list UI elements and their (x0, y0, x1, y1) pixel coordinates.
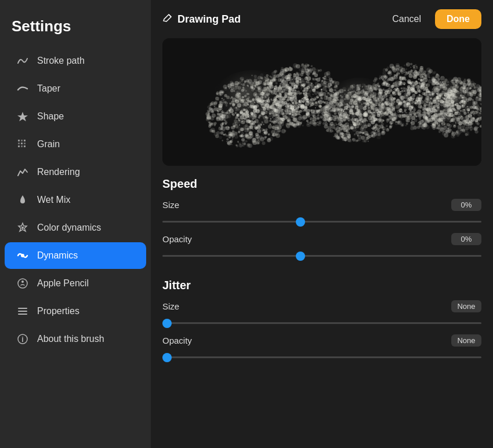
svg-rect-7 (18, 145, 20, 147)
header: Drawing Pad Cancel Done (162, 9, 481, 29)
sidebar-item-dynamics[interactable]: Dynamics (5, 242, 146, 269)
header-buttons: Cancel Done (385, 9, 481, 29)
stroke-path-icon (16, 54, 29, 67)
header-title: Drawing Pad (177, 13, 241, 26)
sidebar-item-shape-label: Shape (37, 111, 64, 122)
sidebar-item-about-label: About this brush (37, 334, 104, 344)
speed-section: Speed Size 0% Opacity 0% (162, 177, 481, 267)
sidebar-title: Settings (0, 12, 151, 47)
sidebar-item-color-dynamics-label: Color dynamics (37, 223, 101, 233)
wet-mix-icon (16, 194, 29, 206)
svg-rect-6 (24, 143, 26, 144)
sidebar-item-dynamics-label: Dynamics (37, 250, 78, 261)
sidebar-item-grain[interactable]: Grain (5, 131, 146, 158)
sidebar-item-apple-pencil[interactable]: Apple Pencil (5, 270, 146, 297)
svg-rect-3 (24, 140, 26, 141)
jitter-size-header: Size None (162, 300, 481, 312)
sidebar-item-color-dynamics[interactable]: Color dynamics (5, 214, 146, 241)
header-left: Drawing Pad (162, 13, 241, 26)
about-icon: i (16, 333, 29, 345)
sidebar-item-stroke-path[interactable]: Stroke path (5, 48, 146, 74)
svg-point-11 (21, 254, 24, 257)
sidebar-item-properties[interactable]: Properties (5, 298, 146, 325)
edit-icon (162, 13, 173, 26)
apple-pencil-icon (16, 277, 29, 290)
dynamics-icon (16, 249, 29, 262)
speed-size-value: 0% (451, 199, 481, 211)
sidebar-item-taper[interactable]: Taper (5, 75, 146, 102)
svg-point-13 (21, 281, 24, 283)
sidebar-item-grain-label: Grain (37, 139, 60, 150)
speed-size-label: Size (162, 200, 179, 210)
sidebar-item-rendering-label: Rendering (37, 167, 80, 177)
speed-size-slider[interactable] (162, 221, 481, 223)
taper-icon (16, 82, 29, 95)
sidebar-item-properties-label: Properties (37, 306, 79, 316)
jitter-size-label: Size (162, 301, 179, 311)
jitter-opacity-value: None (451, 334, 481, 347)
speed-size-header: Size 0% (162, 199, 481, 211)
svg-text:i: i (21, 336, 23, 344)
sidebar-item-taper-label: Taper (37, 83, 60, 94)
sidebar-item-rendering[interactable]: Rendering (5, 159, 146, 185)
jitter-opacity-label: Opacity (162, 336, 192, 345)
svg-rect-9 (24, 145, 26, 147)
jitter-size-row: Size None (162, 300, 481, 326)
brush-canvas (162, 38, 481, 166)
speed-opacity-header: Opacity 0% (162, 233, 481, 245)
svg-rect-8 (21, 145, 23, 147)
speed-opacity-slider-wrapper[interactable] (162, 249, 481, 259)
svg-rect-5 (21, 143, 23, 144)
sidebar-item-stroke-path-label: Stroke path (37, 56, 85, 66)
speed-size-row: Size 0% (162, 199, 481, 225)
grain-icon (16, 138, 29, 151)
svg-rect-2 (21, 140, 23, 141)
sidebar: Settings Stroke path Taper Shape (0, 0, 151, 448)
color-dynamics-icon (16, 221, 29, 234)
sidebar-item-wet-mix[interactable]: Wet Mix (5, 187, 146, 213)
rendering-icon (16, 166, 29, 179)
jitter-opacity-slider[interactable] (162, 356, 481, 358)
sidebar-item-wet-mix-label: Wet Mix (37, 195, 70, 205)
sidebar-item-apple-pencil-label: Apple Pencil (37, 278, 89, 289)
jitter-opacity-slider-wrapper[interactable] (162, 350, 481, 360)
jitter-size-value: None (451, 300, 481, 312)
properties-icon (16, 305, 29, 318)
done-button[interactable]: Done (435, 9, 481, 29)
cancel-button[interactable]: Cancel (385, 10, 428, 28)
jitter-opacity-header: Opacity None (162, 334, 481, 347)
main-content: Drawing Pad Cancel Done Speed Size 0% Op… (151, 0, 493, 448)
jitter-size-slider-wrapper[interactable] (162, 316, 481, 326)
shape-icon (16, 110, 29, 123)
speed-title: Speed (162, 177, 481, 191)
brush-preview (162, 38, 481, 166)
svg-rect-1 (18, 140, 20, 141)
speed-opacity-slider[interactable] (162, 255, 481, 257)
jitter-opacity-row: Opacity None (162, 334, 481, 360)
speed-opacity-label: Opacity (162, 234, 192, 244)
speed-size-slider-wrapper[interactable] (162, 214, 481, 225)
sidebar-item-shape[interactable]: Shape (5, 103, 146, 130)
jitter-title: Jitter (162, 279, 481, 292)
speed-opacity-row: Opacity 0% (162, 233, 481, 259)
speed-opacity-value: 0% (451, 233, 481, 245)
jitter-size-slider[interactable] (162, 322, 481, 324)
svg-point-10 (21, 227, 24, 229)
jitter-section: Jitter Size None Opacity None (162, 279, 481, 369)
svg-rect-4 (18, 143, 20, 144)
svg-point-12 (18, 279, 27, 288)
sidebar-item-about[interactable]: i About this brush (5, 326, 146, 352)
